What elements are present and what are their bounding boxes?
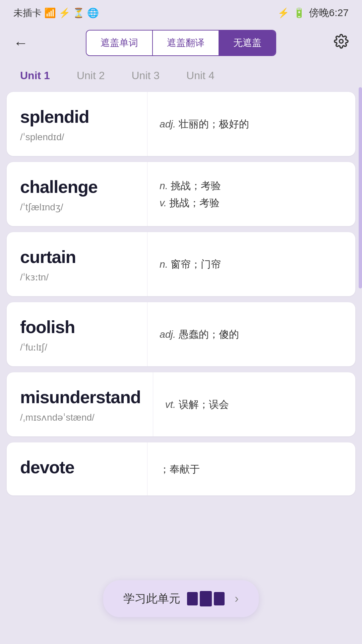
- settings-icon[interactable]: [334, 34, 349, 52]
- status-time: 傍晚6:27: [309, 6, 349, 20]
- tab-bar: Unit 1 Unit 2 Unit 3 Unit 4: [0, 63, 362, 92]
- word-right-misunderstand: vt. 误解；误会: [153, 372, 355, 436]
- word-card-foolish: foolish /ˈfuːlɪʃ/ adj. 愚蠢的；傻的: [7, 302, 355, 366]
- word-right-curtain: n. 窗帘；门帘: [147, 232, 355, 296]
- carrier-text: 未插卡: [13, 8, 42, 18]
- word-card-curtain: curtain /ˈkɜːtn/ n. 窗帘；门帘: [7, 232, 355, 296]
- word-card-challenge: challenge /ˈtʃælɪndʒ/ n. 挑战；考验 v. 挑战；考验: [7, 162, 355, 226]
- word-definition: n. 窗帘；门帘: [160, 256, 343, 273]
- tab-unit4[interactable]: Unit 4: [180, 66, 221, 85]
- cta-square-left: [187, 592, 198, 605]
- pos-tag: adj.: [160, 118, 176, 129]
- word-phonetic: /ˈsplendɪd/: [20, 131, 135, 143]
- bluetooth-icon: ⚡: [278, 7, 289, 18]
- cover-translation-button[interactable]: 遮盖翻译: [153, 31, 219, 55]
- word-card-misunderstand: misunderstand /ˌmɪsʌndəˈstænd/ vt. 误解；误会: [7, 372, 355, 436]
- pos-tag: adj.: [160, 329, 176, 340]
- word-phonetic: /ˈkɜːtn/: [20, 272, 135, 283]
- word-text: challenge: [20, 177, 135, 197]
- word-phonetic: /ˌmɪsʌndəˈstænd/: [20, 412, 141, 423]
- tab-unit1[interactable]: Unit 1: [13, 66, 57, 85]
- word-left-foolish: foolish /ˈfuːlɪʃ/: [7, 302, 147, 366]
- study-unit-button[interactable]: 学习此单元 ›: [103, 580, 259, 617]
- back-button[interactable]: ←: [13, 35, 28, 51]
- status-left: 未插卡 📶 ⚡ ⏳ 🌐: [13, 7, 99, 19]
- word-right-splendid: adj. 壮丽的；极好的: [147, 92, 355, 156]
- pos-tag: n.: [160, 180, 168, 191]
- word-left-splendid: splendid /ˈsplendɪd/: [7, 92, 147, 156]
- status-bar: 未插卡 📶 ⚡ ⏳ 🌐 ⚡ 🔋 傍晚6:27: [0, 0, 362, 23]
- pos-tag: vt.: [165, 399, 176, 410]
- cover-words-button[interactable]: 遮盖单词: [86, 31, 153, 55]
- cta-label: 学习此单元: [123, 591, 180, 606]
- svg-point-0: [340, 40, 343, 43]
- word-definition-v: v. 挑战；考验: [160, 194, 343, 211]
- cover-toggle-group: 遮盖单词 遮盖翻译 无遮盖: [86, 30, 276, 56]
- word-definition: ；奉献于: [160, 461, 343, 478]
- pos-tag: v.: [160, 197, 167, 208]
- word-left-curtain: curtain /ˈkɜːtn/: [7, 232, 147, 296]
- cta-square-mid: [200, 591, 212, 606]
- cta-arrow-icon: ›: [235, 592, 239, 606]
- word-text: curtain: [20, 247, 135, 267]
- word-definition-n: n. 挑战；考验: [160, 177, 343, 194]
- word-card-devote: devote ；奉献于: [7, 442, 355, 495]
- word-definition: adj. 壮丽的；极好的: [160, 115, 343, 132]
- word-phonetic: /ˈfuːlɪʃ/: [20, 342, 135, 353]
- word-text: misunderstand: [20, 387, 141, 407]
- word-text: splendid: [20, 107, 135, 127]
- cta-square-right: [214, 592, 225, 605]
- no-cover-button[interactable]: 无遮盖: [219, 31, 276, 55]
- word-left-challenge: challenge /ˈtʃælɪndʒ/: [7, 162, 147, 226]
- word-right-foolish: adj. 愚蠢的；傻的: [147, 302, 355, 366]
- word-left-misunderstand: misunderstand /ˌmɪsʌndəˈstænd/: [7, 372, 153, 436]
- word-phonetic: /ˈtʃælɪndʒ/: [20, 202, 135, 213]
- header: ← 遮盖单词 遮盖翻译 无遮盖: [0, 23, 362, 63]
- word-right-devote: ；奉献于: [147, 442, 355, 495]
- word-card-splendid: splendid /ˈsplendɪd/ adj. 壮丽的；极好的: [7, 92, 355, 156]
- pos-tag: n.: [160, 259, 168, 270]
- word-text: foolish: [20, 317, 135, 337]
- battery-icon: 🔋: [293, 7, 305, 18]
- word-list: splendid /ˈsplendɪd/ adj. 壮丽的；极好的 challe…: [0, 92, 362, 495]
- word-definition: adj. 愚蠢的；傻的: [160, 326, 343, 343]
- word-definition: vt. 误解；误会: [165, 396, 343, 413]
- scrollbar[interactable]: [359, 87, 362, 288]
- word-text: devote: [20, 457, 135, 477]
- word-left-devote: devote: [7, 442, 147, 495]
- tab-unit2[interactable]: Unit 2: [70, 66, 112, 85]
- status-right: ⚡ 🔋 傍晚6:27: [278, 6, 349, 20]
- status-icons: 📶 ⚡ ⏳ 🌐: [44, 8, 99, 18]
- cta-icon: [187, 591, 225, 606]
- tab-unit3[interactable]: Unit 3: [125, 66, 166, 85]
- word-right-challenge: n. 挑战；考验 v. 挑战；考验: [147, 162, 355, 226]
